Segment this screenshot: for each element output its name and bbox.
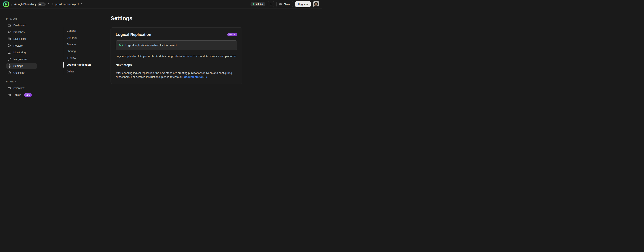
breadcrumb-project-selector[interactable]: peerdb-neon-project <box>55 3 83 6</box>
settings-nav-general[interactable]: General <box>64 27 97 34</box>
sidebar-item-branches[interactable]: Branches <box>6 29 37 35</box>
check-circle-icon <box>119 43 123 47</box>
users-icon <box>279 3 282 6</box>
history-clock-icon <box>8 44 11 47</box>
breadcrumb-separator <box>52 2 53 6</box>
chevron-up-down-icon <box>47 3 50 6</box>
sidebar-item-label: SQL Editor <box>14 37 26 40</box>
sidebar-item-label: Overview <box>14 86 24 90</box>
sidebar-item-label: Settings <box>14 64 23 68</box>
sidebar-item-restore[interactable]: Restore <box>6 43 37 48</box>
org-name: Amogh Bharadwaj <box>14 3 36 6</box>
sidebar-item-label: Integrations <box>14 58 27 61</box>
sidebar-item-monitoring[interactable]: Monitoring <box>6 50 37 55</box>
sidebar-item-dashboard[interactable]: Dashboard <box>6 22 37 28</box>
gear-icon <box>8 64 11 68</box>
upgrade-button[interactable]: Upgrade <box>295 1 311 7</box>
sidebar-item-label: Tables <box>14 93 21 96</box>
window-icon <box>8 86 11 90</box>
sidebar-item-tables[interactable]: Tables NEW <box>6 92 37 98</box>
bell-icon <box>269 3 272 6</box>
settings-nav: General Compute Storage Sharing IP Allow… <box>63 27 97 75</box>
project-name: peerdb-neon-project <box>55 3 79 6</box>
sidebar-item-label: Branches <box>14 30 24 34</box>
breadcrumb-separator <box>11 2 12 6</box>
sidebar-item-integrations[interactable]: Integrations <box>6 56 37 62</box>
check-circle-icon <box>8 71 11 74</box>
table-icon <box>8 93 11 96</box>
chart-curve-icon <box>8 51 11 54</box>
settings-nav-logical-replication[interactable]: Logical Replication <box>64 61 97 68</box>
external-link-icon <box>204 76 207 78</box>
plan-badge: FREE <box>38 2 46 6</box>
topbar: Amogh Bharadwaj FREE peerdb-neon-project… <box>0 0 322 8</box>
breadcrumb-org-selector[interactable]: Amogh Bharadwaj FREE <box>14 2 50 6</box>
app-shell: PROJECT Dashboard Branches SQL Editor Re… <box>0 8 322 126</box>
status-badge[interactable]: ALL OK <box>250 2 266 6</box>
share-label: Share <box>284 3 290 6</box>
next-steps-title: Next steps <box>116 63 237 67</box>
git-branch-icon <box>8 30 11 34</box>
share-button[interactable]: Share <box>276 1 293 7</box>
status-label: ALL OK <box>256 3 263 5</box>
sidebar-item-label: Dashboard <box>14 24 26 27</box>
neon-logo[interactable] <box>3 1 9 7</box>
documentation-link[interactable]: documentation <box>184 76 204 78</box>
card-description: Logical replication lets you replicate d… <box>116 54 237 58</box>
enabled-alert: Logical replication is enabled for this … <box>116 40 237 50</box>
dashboard-icon <box>8 24 11 27</box>
chevron-up-down-icon <box>80 3 83 6</box>
page-title: Settings <box>110 16 322 21</box>
settings-nav-delete[interactable]: Delete <box>64 68 97 75</box>
sidebar-item-sql-editor[interactable]: SQL Editor <box>6 36 37 42</box>
sidebar-item-label: Restore <box>14 44 23 47</box>
sidebar-item-quickstart[interactable]: Quickstart <box>6 70 37 76</box>
logical-replication-card: Logical Replication BETA Logical replica… <box>110 27 242 84</box>
settings-nav-storage[interactable]: Storage <box>64 41 97 48</box>
new-badge: NEW <box>24 93 32 97</box>
avatar[interactable] <box>313 1 319 7</box>
status-dot-icon <box>253 4 254 5</box>
settings-content: General Compute Storage Sharing IP Allow… <box>43 27 322 84</box>
sidebar: PROJECT Dashboard Branches SQL Editor Re… <box>0 8 43 126</box>
sidebar-item-settings[interactable]: Settings <box>6 63 37 69</box>
avatar-photo <box>313 1 319 7</box>
route-icon <box>8 58 11 61</box>
sidebar-item-label: Quickstart <box>14 71 25 74</box>
beta-badge: BETA <box>227 33 237 36</box>
settings-nav-compute[interactable]: Compute <box>64 34 97 41</box>
settings-nav-sharing[interactable]: Sharing <box>64 48 97 54</box>
card-header: Logical Replication BETA <box>116 32 237 37</box>
settings-nav-ip-allow[interactable]: IP Allow <box>64 54 97 61</box>
topbar-actions: ALL OK Share Upgrade <box>250 1 319 7</box>
alert-text: Logical replication is enabled for this … <box>126 44 178 47</box>
neon-logo-icon <box>3 1 9 7</box>
main-content: Settings General Compute Storage Sharing… <box>43 8 322 126</box>
sidebar-item-overview[interactable]: Overview <box>6 85 37 91</box>
next-steps-text: After enabling logical replication, the … <box>116 72 232 79</box>
sidebar-section-branch: BRANCH <box>6 80 43 83</box>
terminal-icon <box>8 37 11 40</box>
notifications-button[interactable] <box>268 1 274 7</box>
sidebar-section-project: PROJECT <box>6 18 43 20</box>
card-title: Logical Replication <box>116 32 151 37</box>
next-steps-paragraph: After enabling logical replication, the … <box>116 71 237 79</box>
sidebar-item-label: Monitoring <box>14 51 26 54</box>
